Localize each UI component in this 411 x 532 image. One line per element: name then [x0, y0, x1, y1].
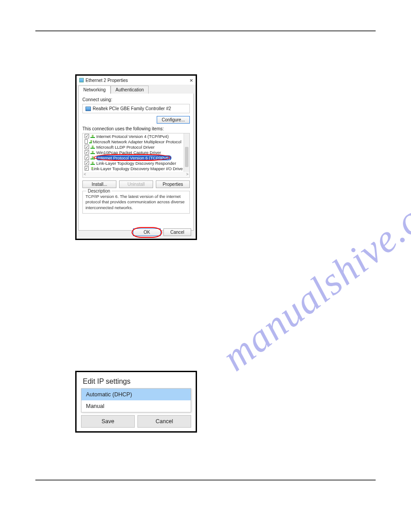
list-item[interactable]: ✓ Win10Pcap Packet Capture Driver	[83, 150, 183, 155]
list-item[interactable]: ✓ Internet Protocol Version 6 (TCP/IPv6)	[83, 155, 183, 160]
list-item[interactable]: ✓ Link-Layer Topology Discovery Mapper I…	[83, 166, 183, 171]
scrollbar-thumb[interactable]	[185, 147, 188, 167]
install-button[interactable]: Install...	[82, 180, 116, 188]
scroll-right-icon[interactable]: >	[186, 172, 188, 177]
description-group: Description TCP/IP version 6. The latest…	[82, 191, 190, 214]
tab-strip: Networking Authentication	[77, 85, 196, 94]
item-label: Microsoft LLDP Protocol Driver	[96, 145, 154, 150]
vertical-scrollbar[interactable]	[184, 133, 189, 172]
protocol-icon	[90, 134, 95, 138]
item-label: Internet Protocol Version 4 (TCP/IPv4)	[96, 134, 169, 139]
item-label: Link-Layer Topology Discovery Responder	[96, 161, 176, 166]
protocol-icon	[90, 161, 95, 165]
ip-option-manual[interactable]: Manual	[81, 400, 191, 412]
description-legend: Description	[86, 188, 111, 194]
dialog-titlebar[interactable]: Ethernet 2 Properties ×	[77, 76, 196, 85]
ok-button[interactable]: OK	[133, 228, 161, 236]
connection-items-listbox[interactable]: ✓ Internet Protocol Version 4 (TCP/IPv4)…	[82, 133, 190, 178]
ip-mode-dropdown[interactable]: Automatic (DHCP) Manual	[81, 388, 191, 412]
checkbox-icon[interactable]: ✓	[85, 134, 89, 138]
checkbox-icon[interactable]: ✓	[85, 161, 89, 165]
tab-body: Connect using: Realtek PCIe GBE Family C…	[78, 94, 194, 231]
ethernet-properties-dialog: Ethernet 2 Properties × Networking Authe…	[75, 74, 197, 240]
checkbox-icon[interactable]: ✓	[85, 150, 89, 154]
adapter-name: Realtek PCIe GBE Family Controller #2	[93, 106, 171, 111]
watermark-text: manualshive.com	[214, 167, 411, 380]
scroll-left-icon[interactable]: <	[84, 172, 86, 177]
protocol-icon	[90, 145, 95, 149]
checkbox-icon[interactable]	[85, 139, 88, 144]
save-button[interactable]: Save	[81, 415, 135, 428]
uninstall-button: Uninstall	[119, 180, 153, 188]
item-label: Microsoft Network Adapter Multiplexor Pr…	[93, 139, 181, 144]
ip-option-automatic[interactable]: Automatic (DHCP)	[81, 389, 191, 400]
cancel-button[interactable]: Cancel	[137, 415, 191, 428]
network-card-icon	[86, 107, 91, 111]
list-item[interactable]: ✓ Internet Protocol Version 4 (TCP/IPv4)	[83, 133, 183, 139]
list-item[interactable]: ✓ Microsoft LLDP Protocol Driver	[83, 144, 183, 150]
checkbox-icon[interactable]: ✓	[85, 155, 89, 160]
properties-button[interactable]: Properties	[156, 180, 190, 188]
page-divider-bottom	[35, 480, 376, 481]
network-adapter-icon	[79, 78, 84, 82]
tab-authentication[interactable]: Authentication	[111, 86, 149, 94]
checkbox-icon[interactable]: ✓	[85, 145, 89, 149]
protocol-icon	[90, 150, 95, 154]
page-divider-top	[35, 30, 376, 31]
item-label: Link-Layer Topology Discovery Mapper I/O…	[91, 166, 183, 171]
protocol-icon	[89, 140, 92, 143]
cancel-button[interactable]: Cancel	[163, 228, 191, 236]
close-icon[interactable]: ×	[189, 77, 193, 84]
list-item[interactable]: Microsoft Network Adapter Multiplexor Pr…	[83, 139, 183, 144]
items-label: This connection uses the following items…	[82, 126, 190, 131]
ip-dialog-title: Edit IP settings	[77, 372, 196, 388]
horizontal-scrollbar[interactable]: < >	[83, 172, 189, 177]
description-text: TCP/IP version 6. The latest version of …	[86, 194, 184, 210]
protocol-icon	[90, 156, 95, 159]
item-label-selected: Internet Protocol Version 6 (TCP/IPv6)	[96, 155, 171, 160]
configure-button[interactable]: Configure...	[157, 116, 190, 124]
item-label: Win10Pcap Packet Capture Driver	[96, 150, 161, 155]
checkbox-icon[interactable]: ✓	[85, 166, 89, 171]
list-item[interactable]: ✓ Link-Layer Topology Discovery Responde…	[83, 160, 183, 166]
adapter-field[interactable]: Realtek PCIe GBE Family Controller #2	[82, 104, 190, 113]
dialog-title: Ethernet 2 Properties	[86, 78, 128, 83]
edit-ip-settings-dialog: Edit IP settings Automatic (DHCP) Manual…	[75, 371, 197, 433]
connect-using-label: Connect using:	[82, 97, 190, 102]
tab-networking[interactable]: Networking	[78, 86, 111, 94]
